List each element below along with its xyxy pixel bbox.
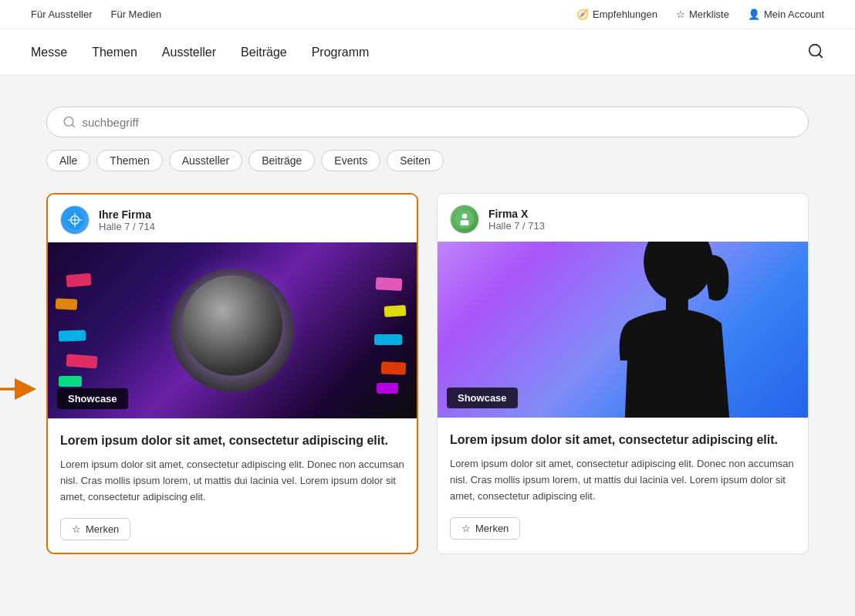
card-1-title: Lorem ipsum dolor sit amet, consectetur … <box>60 432 404 449</box>
card-2-text: Lorem ipsum dolor sit amet, consectetur … <box>450 456 796 504</box>
card-1[interactable]: Ihre Firma Halle 7 / 714 <box>46 193 418 554</box>
nav-aussteller[interactable]: Aussteller <box>162 46 216 59</box>
card-1-body: Lorem ipsum dolor sit amet, consectetur … <box>48 418 417 553</box>
card-2-company-name: Firma X <box>488 208 545 220</box>
topbar-fuer-aussteller[interactable]: Für Aussteller <box>31 8 92 20</box>
star-outline-icon-2: ☆ <box>461 523 471 534</box>
card-2-merken-button[interactable]: ☆ Merken <box>450 517 520 540</box>
svg-line-3 <box>72 124 74 127</box>
nav-links: Messe Themen Aussteller Beiträge Program… <box>31 46 369 59</box>
card-1-company-hall: Halle 7 / 714 <box>99 221 155 232</box>
topbar-empfehlungen[interactable]: 🧭 Empfehlungen <box>576 8 657 20</box>
filter-alle[interactable]: Alle <box>46 150 90 171</box>
card-2-badge: Showcase <box>447 388 518 408</box>
card-2-header: Firma X Halle 7 / 713 <box>438 194 808 242</box>
svg-rect-11 <box>461 220 469 225</box>
nav-programm[interactable]: Programm <box>312 46 370 59</box>
company-2-logo <box>455 210 474 228</box>
filter-aussteller[interactable]: Aussteller <box>169 150 242 171</box>
card-1-avatar <box>60 205 90 235</box>
globe <box>182 276 282 376</box>
main-nav: Messe Themen Aussteller Beiträge Program… <box>0 29 855 76</box>
card-2-body: Lorem ipsum dolor sit amet, consectetur … <box>438 418 808 552</box>
filter-themen[interactable]: Themen <box>96 150 162 171</box>
search-input-icon <box>63 115 76 129</box>
card-1-header: Ihre Firma Halle 7 / 714 <box>48 195 417 242</box>
filter-seiten[interactable]: Seiten <box>387 150 444 171</box>
card-1-image: Showcase <box>48 242 417 418</box>
topbar-right: 🧭 Empfehlungen ☆ Merkliste 👤 Mein Accoun… <box>576 8 824 20</box>
filter-events[interactable]: Events <box>321 150 380 171</box>
topbar-merkliste[interactable]: ☆ Merkliste <box>676 8 729 20</box>
topbar-left: Für Aussteller Für Medien <box>31 8 161 20</box>
main-content: Alle Themen Aussteller Beiträge Events S… <box>0 76 855 585</box>
svg-point-9 <box>455 210 474 228</box>
card-2-image: Showcase <box>438 242 808 418</box>
svg-point-12 <box>644 242 713 301</box>
card-2-avatar <box>450 205 479 234</box>
arrow-indicator <box>0 378 37 400</box>
arrow-icon <box>0 378 37 400</box>
card-1-text: Lorem ipsum dolor sit amet, consectetur … <box>60 457 404 505</box>
company-1-logo <box>66 211 84 229</box>
star-icon: ☆ <box>676 8 685 20</box>
search-input[interactable] <box>83 116 792 129</box>
nav-beitraege[interactable]: Beiträge <box>241 46 287 59</box>
user-circle-icon: 👤 <box>748 8 760 20</box>
cards-grid: Ihre Firma Halle 7 / 714 <box>46 193 809 554</box>
card-2-title: Lorem ipsum dolor sit amet, consectetur … <box>450 432 796 448</box>
topbar-fuer-medien[interactable]: Für Medien <box>110 8 161 20</box>
card-2[interactable]: Firma X Halle 7 / 713 <box>437 193 809 554</box>
nav-themen[interactable]: Themen <box>92 46 137 59</box>
filter-beitraege[interactable]: Beiträge <box>248 150 315 171</box>
star-outline-icon: ☆ <box>72 523 81 535</box>
card-1-company-name: Ihre Firma <box>99 208 155 221</box>
filter-row: Alle Themen Aussteller Beiträge Events S… <box>46 150 809 171</box>
svg-line-1 <box>819 54 822 57</box>
svg-point-10 <box>462 214 468 219</box>
search-icon <box>807 42 824 59</box>
card-2-company-info: Firma X Halle 7 / 713 <box>488 208 545 232</box>
card-1-company-info: Ihre Firma Halle 7 / 714 <box>99 208 155 232</box>
search-bar[interactable] <box>46 107 809 137</box>
card-1-merken-label: Merken <box>86 523 119 535</box>
topbar-mein-account[interactable]: 👤 Mein Account <box>748 8 824 20</box>
card-2-company-hall: Halle 7 / 713 <box>488 220 545 232</box>
card-1-badge: Showcase <box>57 388 128 409</box>
topbar: Für Aussteller Für Medien 🧭 Empfehlungen… <box>0 0 855 29</box>
card-1-merken-button[interactable]: ☆ Merken <box>60 518 130 540</box>
card-2-merken-label: Merken <box>475 523 509 534</box>
compass-icon: 🧭 <box>576 8 589 20</box>
nav-search-button[interactable] <box>807 42 824 62</box>
nav-messe[interactable]: Messe <box>31 46 67 59</box>
